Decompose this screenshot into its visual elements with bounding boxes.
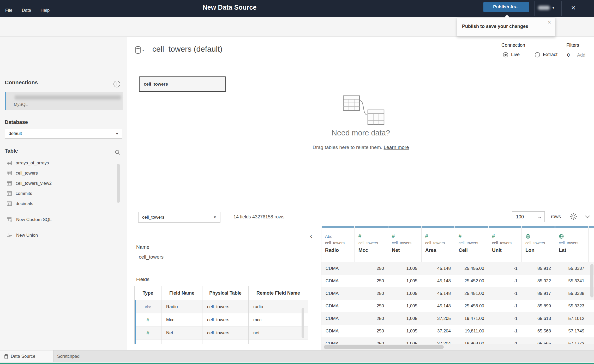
data-source-cylinder-icon[interactable]: [135, 46, 141, 53]
grid-cell: 57.1749: [555, 325, 589, 337]
menu-data[interactable]: Data: [22, 8, 31, 13]
grid-header-row: Abccell_towersRadio#cell_towersMcc#cell_…: [321, 226, 594, 262]
fields-row[interactable]: #Mcccell_towersmcc: [135, 313, 308, 326]
table-grid-icon: [7, 191, 12, 196]
grid-column-header[interactable]: #cell_towersUnit: [488, 226, 522, 262]
search-icon[interactable]: [115, 150, 121, 155]
sidebar-table-item[interactable]: commits: [0, 188, 115, 199]
close-window-button[interactable]: ×: [568, 3, 579, 13]
connection-extract-radio[interactable]: Extract: [535, 52, 557, 57]
database-select[interactable]: default ▼: [5, 129, 122, 139]
fields-header-cell: Type: [135, 286, 161, 300]
fields-row[interactable]: #Netcell_towersnet: [135, 326, 308, 339]
grid-column-header[interactable]: #cell_towersMcc: [355, 226, 388, 262]
grid-cell: 19,863.00: [455, 337, 488, 344]
filters-add-link[interactable]: Add: [577, 52, 585, 58]
new-union-item[interactable]: New Union: [0, 230, 115, 240]
connections-title: Connections: [5, 79, 38, 86]
menu-help[interactable]: Help: [40, 8, 50, 13]
grid-cell: 85.922: [522, 275, 555, 287]
grid-column-header[interactable]: cell_towersLat: [555, 226, 589, 262]
grid-table-select[interactable]: cell_towers ▼: [138, 212, 220, 223]
grid-cell: 1,005: [388, 262, 422, 275]
grid-data-row[interactable]: CDMA2501,00545,14825,451.00-185.91755.33…: [321, 287, 594, 300]
title-bar: FileDataHelp New Data Source Publish As.…: [0, 0, 594, 17]
tab-data-source[interactable]: Data Source: [0, 350, 53, 362]
sidebar-table-item[interactable]: cell_towers_view2: [0, 178, 115, 188]
column-accent-bar: [355, 226, 388, 228]
grid-column-header[interactable]: #cell_towersCell: [455, 226, 488, 262]
tooltip-close-icon[interactable]: ×: [546, 19, 553, 26]
sidebar-table-label: arrays_of_arrays: [16, 160, 49, 166]
grid-data-row[interactable]: CDMA2501,00537,20419,863.00-165.56557.17…: [321, 337, 594, 344]
fields-row[interactable]: AbcRadiocell_towersradio: [135, 300, 308, 313]
grid-cell: 55.3323: [555, 300, 589, 312]
grid-cell: CDMA: [321, 275, 355, 287]
chevron-down-icon[interactable]: ▾: [142, 49, 144, 52]
new-custom-sql-item[interactable]: New Custom SQL: [0, 214, 115, 225]
column-table-label: cell_towers: [559, 241, 588, 245]
menu-file[interactable]: File: [5, 8, 12, 13]
add-connection-icon[interactable]: [113, 80, 121, 88]
chevron-down-icon[interactable]: [584, 215, 591, 219]
table-list: arrays_of_arrayscell_towerscell_towers_v…: [0, 158, 115, 209]
grid-cell: -1: [488, 300, 522, 312]
gear-icon[interactable]: [569, 213, 578, 221]
grid-column-header[interactable]: #cell_towersNet: [388, 226, 422, 262]
grid-data-row[interactable]: CDMA2501,00545,14825,456.00-185.89955.33…: [321, 300, 594, 312]
empty-state-title: Need more data?: [258, 129, 464, 137]
column-accent-bar: [322, 226, 354, 228]
sidebar-table-item[interactable]: arrays_of_arrays: [0, 158, 115, 168]
learn-more-link[interactable]: Learn more: [384, 145, 409, 150]
connection-item[interactable]: MySQL: [5, 92, 123, 110]
account-menu[interactable]: ▾: [538, 3, 558, 13]
geo-type-icon: [525, 232, 555, 239]
grid-data-row[interactable]: CDMA2501,00545,14825,455.00-185.91255.33…: [321, 262, 594, 275]
grid-column-header-partial: [589, 226, 594, 262]
column-accent-bar: [388, 226, 421, 228]
grid-vertical-scrollbar[interactable]: [590, 264, 593, 297]
table-grid-icon: [7, 161, 12, 165]
grid-column-header[interactable]: Abccell_towersRadio: [321, 226, 355, 262]
publish-as-button[interactable]: Publish As...: [483, 2, 529, 12]
new-union-label: New Union: [16, 233, 38, 238]
relate-tables-illustration: [336, 95, 386, 126]
remote-field-cell: mcc: [249, 313, 308, 326]
name-input[interactable]: cell_towers: [139, 254, 164, 260]
grid-data-row[interactable]: CDMA2501,00537,20419,811.00-165.56857.17…: [321, 325, 594, 337]
grid-cell: 85.917: [522, 287, 555, 300]
fields-table-scrollbar[interactable]: [302, 308, 304, 338]
table-list-scrollbar[interactable]: [117, 164, 120, 203]
connection-live-radio[interactable]: Live: [503, 52, 520, 57]
logical-table-card[interactable]: cell_towers: [139, 76, 226, 92]
grid-column-header[interactable]: cell_towersLon: [522, 226, 555, 262]
connection-type-label: MySQL: [14, 102, 28, 107]
grid-cell: 19,471.00: [455, 312, 488, 325]
grid-data-row[interactable]: CDMA2501,00545,14825,452.00-185.92255.33…: [321, 275, 594, 287]
row-count-input[interactable]: 100 →: [512, 211, 545, 222]
field-name-cell: [161, 339, 202, 344]
grid-data-row[interactable]: CDMA2501,00537,20519,471.00-165.61357.10…: [321, 312, 594, 325]
fields-row[interactable]: [135, 339, 308, 344]
grid-cell: 1,005: [388, 312, 422, 325]
grid-column-header[interactable]: #cell_towersArea: [422, 226, 455, 262]
apply-row-count-icon[interactable]: →: [537, 214, 542, 220]
tab-scratchpad[interactable]: Scratchpad: [53, 350, 80, 362]
number-type-icon: #: [492, 232, 521, 239]
custom-sql-icon: [7, 217, 12, 222]
grid-cell: 1,005: [388, 325, 422, 337]
scrollbar-thumb[interactable]: [324, 345, 444, 349]
column-table-label: cell_towers: [325, 241, 355, 245]
grid-cell: CDMA: [321, 300, 355, 312]
titlebar-divider: [534, 1, 535, 16]
sidebar-table-item[interactable]: decimals: [0, 199, 115, 209]
grid-cell: CDMA: [321, 287, 355, 300]
grid-table-select-value: cell_towers: [142, 215, 164, 220]
grid-cell: 45,148: [422, 262, 455, 275]
field-type-icon: Abc: [135, 300, 161, 313]
grid-horizontal-scrollbar[interactable]: [321, 344, 594, 350]
sidebar-table-item[interactable]: cell_towers: [0, 168, 115, 178]
fields-rows-summary: 14 fields 43276158 rows: [233, 214, 284, 220]
string-type-icon: Abc: [145, 305, 151, 309]
collapse-panel-icon[interactable]: ‹: [310, 232, 312, 240]
